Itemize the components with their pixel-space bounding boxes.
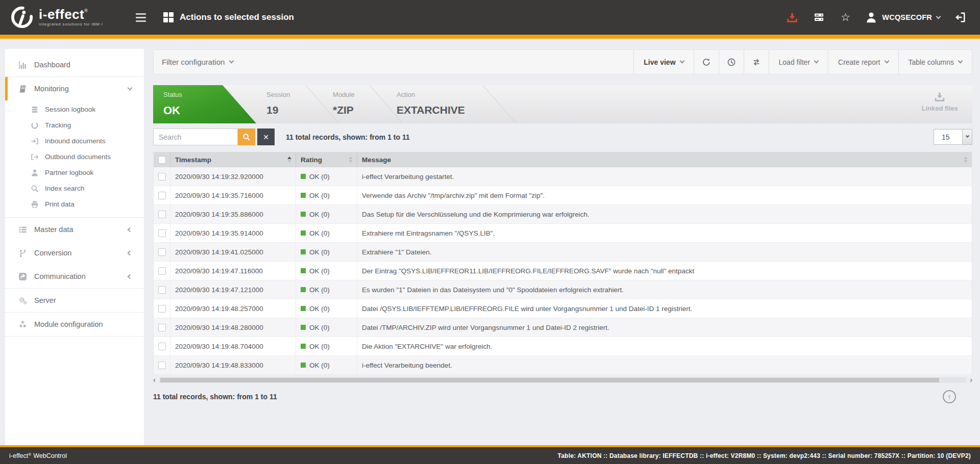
sidebar-item-label: Module configuration xyxy=(34,320,103,328)
cell-timestamp: 2020/09/30 14:19:41.025000 xyxy=(170,243,296,261)
cell-timestamp: 2020/09/30 14:19:48.257000 xyxy=(170,299,296,318)
sidebar-item-tracking[interactable]: Tracking xyxy=(5,117,144,133)
search-button[interactable] xyxy=(238,128,255,145)
column-header-rating[interactable]: Rating xyxy=(296,152,357,167)
log-table: Timestamp Rating Message 20 xyxy=(153,152,972,375)
rating-ok-icon xyxy=(301,174,306,179)
search-icon xyxy=(31,185,39,193)
sidebar-item-label: Session logbook xyxy=(45,106,95,113)
table-row[interactable]: 2020/09/30 14:19:47.121000 OK (0) Es wur… xyxy=(154,280,972,299)
printer-icon xyxy=(31,200,39,209)
user-menu[interactable]: WCQSECOFR xyxy=(865,11,940,23)
tab-session[interactable]: Session 19 xyxy=(256,85,323,123)
row-checkbox[interactable] xyxy=(158,343,166,350)
table-row[interactable]: 2020/09/30 14:19:48.280000 OK (0) Datei … xyxy=(154,318,972,337)
rating-ok-icon xyxy=(301,344,306,349)
back-to-top-button[interactable]: ↑ xyxy=(943,390,956,403)
auto-reload-button[interactable] xyxy=(744,50,769,74)
records-summary-bottom: 11 total records, shown: from 1 to 11 xyxy=(153,393,277,401)
sidebar-item-print-data[interactable]: Print data xyxy=(5,196,144,212)
scrollbar-thumb[interactable] xyxy=(160,378,939,382)
cell-message: Datei /TMP/ARCHIV.ZIP wird unter Vorgang… xyxy=(357,318,972,337)
accent-bar xyxy=(0,35,980,39)
table-row[interactable]: 2020/09/30 14:19:35.914000 OK (0) Extrah… xyxy=(154,224,972,243)
favorites-star-icon[interactable]: ☆ xyxy=(839,11,852,24)
clear-search-button[interactable]: ✕ xyxy=(257,128,275,145)
row-checkbox[interactable] xyxy=(158,286,166,294)
chevron-left-icon xyxy=(128,274,133,279)
table-row[interactable]: 2020/09/30 14:19:35.716000 OK (0) Verwen… xyxy=(154,186,972,205)
page-size-value: 15 xyxy=(934,130,962,144)
tab-action[interactable]: Action EXTARCHIVE xyxy=(386,85,500,123)
create-report-button[interactable]: Create report xyxy=(828,50,898,74)
share-arrow-icon xyxy=(18,272,27,281)
column-header-timestamp[interactable]: Timestamp xyxy=(170,152,296,167)
table-row[interactable]: 2020/09/30 14:19:41.025000 OK (0) Extrah… xyxy=(154,243,972,262)
table-row[interactable]: 2020/09/30 14:19:48.833000 OK (0) i-effe… xyxy=(154,356,972,375)
page-size-select[interactable]: 15 xyxy=(934,129,972,145)
sign-in-icon xyxy=(31,137,39,145)
row-checkbox[interactable] xyxy=(158,173,166,181)
sidebar-item-index-search[interactable]: Index search xyxy=(5,181,144,196)
column-header-message[interactable]: Message xyxy=(357,152,972,167)
list-icon xyxy=(18,225,27,234)
row-checkbox[interactable] xyxy=(158,229,166,237)
table-columns-button[interactable]: Table columns xyxy=(898,50,972,74)
table-row[interactable]: 2020/09/30 14:19:48.257000 OK (0) Datei … xyxy=(154,299,972,318)
table-row[interactable]: 2020/09/30 14:19:48.704000 OK (0) Die Ak… xyxy=(154,337,972,356)
sidebar-item-outbound-documents[interactable]: Outbound documents xyxy=(5,149,144,165)
download-alert-icon[interactable] xyxy=(786,11,799,24)
table-header-row: Timestamp Rating Message xyxy=(154,152,972,167)
cell-timestamp: 2020/09/30 14:19:35.914000 xyxy=(170,224,296,242)
cell-rating: OK (0) xyxy=(296,205,357,223)
linked-files-button[interactable]: Linked files xyxy=(921,92,958,112)
cell-rating: OK (0) xyxy=(296,337,357,355)
sidebar-item-partner-logbook[interactable]: Partner logbook xyxy=(5,165,144,181)
sidebar-item-monitoring[interactable]: Monitoring xyxy=(5,77,144,100)
scrollbar-track[interactable] xyxy=(159,377,967,383)
sidebar-item-session-logbook[interactable]: Session logbook xyxy=(5,101,144,117)
sidebar-item-communication[interactable]: Communication xyxy=(5,265,144,288)
cell-rating: OK (0) xyxy=(296,299,357,318)
cell-timestamp: 2020/09/30 14:19:35.716000 xyxy=(170,186,296,204)
sidebar-item-inbound-documents[interactable]: Inbound documents xyxy=(5,133,144,149)
sidebar-item-module-configuration[interactable]: Module configuration xyxy=(5,313,144,336)
top-bar: i-effect® integrated solutions for IBM i… xyxy=(0,0,980,35)
history-button[interactable] xyxy=(719,50,744,74)
scroll-right-arrow[interactable]: › xyxy=(970,377,972,383)
sidebar-item-server[interactable]: Server xyxy=(5,289,144,312)
cell-message: Extrahiere "1" Dateien. xyxy=(357,243,972,261)
load-filter-button[interactable]: Load filter xyxy=(769,50,828,74)
sidebar-item-dashboard[interactable]: Dashboard xyxy=(5,53,144,76)
tab-module[interactable]: Module *ZIP xyxy=(323,85,386,123)
select-all-checkbox[interactable] xyxy=(158,156,166,164)
row-checkbox[interactable] xyxy=(158,192,166,199)
table-row[interactable]: 2020/09/30 14:19:47.116000 OK (0) Der Ei… xyxy=(154,262,972,280)
chevron-down-icon xyxy=(814,59,819,64)
table-row[interactable]: 2020/09/30 14:19:35.886000 OK (0) Das Se… xyxy=(154,205,972,224)
row-checkbox[interactable] xyxy=(158,248,166,256)
filter-configuration-button[interactable]: Filter configuration xyxy=(154,50,233,74)
menu-icon[interactable] xyxy=(133,10,149,25)
sort-asc-icon xyxy=(964,157,968,159)
gears-icon xyxy=(18,296,27,305)
table-row[interactable]: 2020/09/30 14:19:32.920000 OK (0) i-effe… xyxy=(154,167,972,186)
footer-status-line: Table: AKTION :: Database library: IEFFE… xyxy=(558,452,971,459)
row-checkbox[interactable] xyxy=(158,211,166,218)
sidebar-item-master-data[interactable]: Master data xyxy=(5,218,144,241)
search-input[interactable] xyxy=(153,128,238,145)
tab-status[interactable]: Status OK xyxy=(153,85,256,123)
server-status-icon[interactable] xyxy=(812,11,825,24)
row-checkbox[interactable] xyxy=(158,324,166,331)
scroll-left-arrow[interactable]: ‹ xyxy=(153,377,156,383)
row-checkbox[interactable] xyxy=(158,305,166,313)
row-checkbox[interactable] xyxy=(158,267,166,275)
sort-asc-icon xyxy=(287,157,291,159)
logout-icon[interactable] xyxy=(953,11,967,24)
circle-notch-icon xyxy=(31,121,39,130)
live-view-button[interactable]: Live view xyxy=(633,50,693,74)
row-checkbox[interactable] xyxy=(158,362,166,369)
refresh-button[interactable] xyxy=(694,50,719,74)
sidebar-item-conversion[interactable]: Conversion xyxy=(5,241,144,265)
cell-timestamp: 2020/09/30 14:19:47.121000 xyxy=(170,280,296,299)
